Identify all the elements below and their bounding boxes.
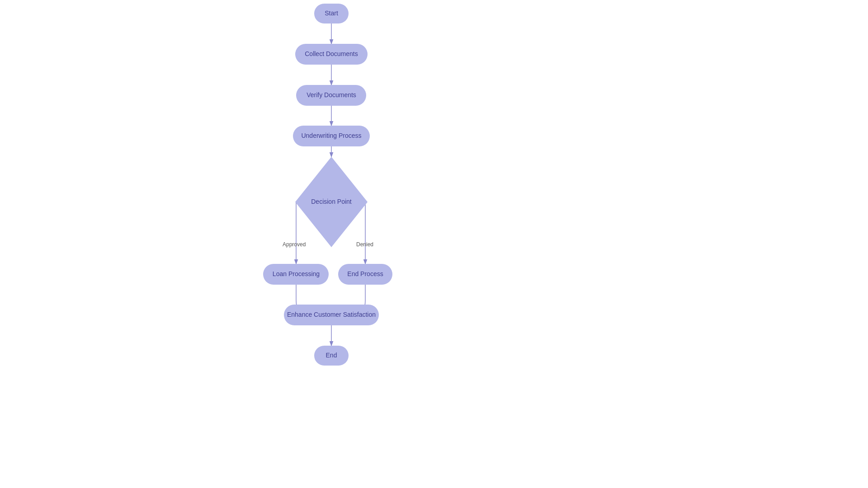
denied-label: Denied xyxy=(356,241,373,248)
flowchart-container: Start Collect Documents Verify Documents… xyxy=(0,0,868,488)
verify-documents-label: Verify Documents xyxy=(307,91,356,99)
end-label: End xyxy=(326,352,337,359)
loan-processing-label: Loan Processing xyxy=(273,270,320,277)
collect-documents-label: Collect Documents xyxy=(305,50,358,57)
enhance-satisfaction-label: Enhance Customer Satisfaction xyxy=(287,311,376,318)
decision-point-label: Decision Point xyxy=(311,198,352,205)
underwriting-process-label: Underwriting Process xyxy=(301,132,361,139)
start-label: Start xyxy=(325,9,338,17)
approved-label: Approved xyxy=(283,241,306,248)
end-process-label: End Process xyxy=(347,270,383,277)
